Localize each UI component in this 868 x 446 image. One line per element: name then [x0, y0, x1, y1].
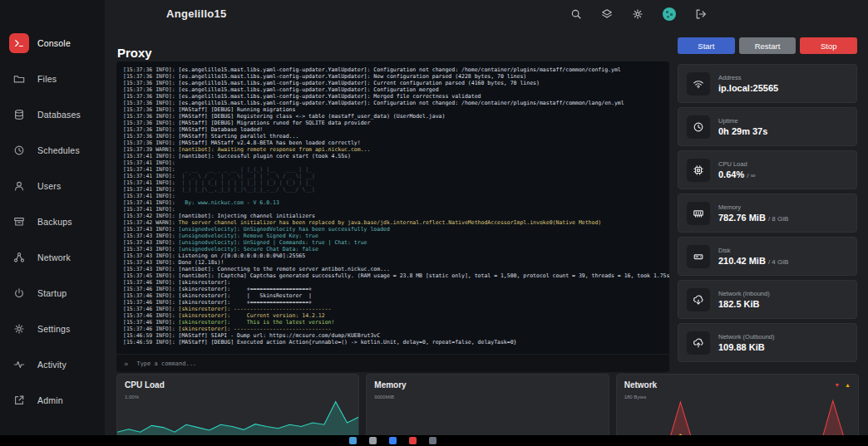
- servers-icon[interactable]: [601, 8, 613, 20]
- console-line: [15:37:46 INFO]: [skinsrestorer]: ------…: [123, 306, 663, 312]
- console-line: [15:37:41 INFO]:: [123, 206, 663, 213]
- console-line: [15:37:43 INFO]: [nantibot]: Connecting …: [123, 266, 663, 272]
- console-line: [15:37:36 INFO]: [es.angelillo15.mast.li…: [123, 100, 663, 106]
- sidebar-item-label: Network: [37, 252, 71, 262]
- stat-card-network-outbound: Network (Outbound)109.88 KiB: [678, 323, 857, 362]
- power-icon: [9, 283, 29, 303]
- stat-value: 782.76 MiB/ 8 GiB: [718, 213, 788, 223]
- log-message: [unsignedvelocity]: UnSignedVelocity has…: [175, 226, 390, 233]
- log-timestamp: [15:37:42 WARN]:: [123, 219, 175, 226]
- app-title: Angelillo15: [166, 7, 227, 20]
- logout-icon[interactable]: [695, 8, 707, 20]
- wifi-icon: [687, 72, 710, 96]
- console-line: [15:37:43 INFO]: [unsignedvelocity]: UnS…: [123, 226, 663, 233]
- command-input[interactable]: [135, 360, 662, 368]
- console-line: [15:37:36 INFO]: [MAStaff] [DEBUG] Migra…: [123, 120, 663, 126]
- sidebar-item-console[interactable]: Console: [0, 25, 105, 61]
- cpu-icon: [687, 159, 710, 182]
- start-button[interactable]: Start: [678, 37, 735, 54]
- stat-value: 182.5 KiB: [718, 299, 770, 309]
- sidebar-item-users[interactable]: Users: [0, 168, 105, 203]
- log-timestamp: [15:37:43 INFO]:: [123, 233, 175, 239]
- console-line: [15:37:41 INFO]: |_| |_|\__,_|_| |_|\__|…: [123, 186, 663, 193]
- sidebar-item-schedules[interactable]: Schedules: [0, 132, 105, 168]
- log-message: [skinsrestorer]: +==================+: [175, 286, 312, 292]
- log-timestamp: [15:37:36 INFO]:: [123, 126, 175, 133]
- taskbar-app-1[interactable]: [349, 437, 357, 444]
- log-timestamp: [15:37:46 INFO]:: [123, 299, 175, 306]
- taskbar-app-4[interactable]: [409, 437, 417, 444]
- stat-value: 0.64%/ ∞: [718, 169, 755, 179]
- stat-card-uptime: Uptime0h 29m 37s: [678, 107, 857, 146]
- sidebar-item-backups[interactable]: Backups: [0, 203, 105, 239]
- sidebar-item-settings[interactable]: Settings: [0, 311, 105, 346]
- sidebar-item-label: Settings: [37, 324, 71, 334]
- log-message: Listening on /[0:0:0:0:0:0:0:0%0]:25565: [175, 252, 306, 259]
- external-link-icon: [9, 390, 29, 410]
- console-line: [15:37:36 INFO]: [MAStaff] Database load…: [123, 126, 663, 133]
- sidebar-item-label: Console: [37, 38, 71, 48]
- sidebar-item-label: Schedules: [37, 145, 80, 155]
- log-timestamp: [15:37:45 INFO]:: [123, 272, 175, 279]
- inbound-legend-icon: ▼: [834, 382, 840, 388]
- log-message: [unsignedvelocity]: Secure Chat Data: fa…: [175, 246, 318, 252]
- sidebar-item-startup[interactable]: Startup: [0, 275, 105, 311]
- console-line: [15:37:41 INFO]:: [123, 159, 663, 166]
- disk-icon: [687, 245, 710, 268]
- stat-value: 109.88 KiB: [718, 342, 775, 352]
- stat-value: 0h 29m 37s: [718, 126, 767, 136]
- log-timestamp: [15:37:41 INFO]:: [123, 166, 175, 173]
- stat-label: Network (Inbound): [718, 290, 770, 297]
- stop-button[interactable]: Stop: [800, 37, 857, 54]
- console-terminal[interactable]: [15:37:36 INFO]: [es.angelillo15.mast.li…: [116, 61, 669, 354]
- sidebar-item-activity[interactable]: Activity: [0, 346, 105, 382]
- sidebar-item-databases[interactable]: Databases: [0, 96, 105, 132]
- console-line: [15:46:59 INFO]: [MAStaff] SIAPI - Dump …: [123, 332, 663, 339]
- log-timestamp: [15:37:36 INFO]:: [123, 120, 175, 126]
- search-icon[interactable]: [570, 8, 582, 20]
- restart-button[interactable]: Restart: [739, 37, 796, 54]
- stat-suffix: / 4 GiB: [768, 258, 788, 266]
- sidebar-item-admin[interactable]: Admin: [0, 382, 105, 418]
- sidebar-item-files[interactable]: Files: [0, 61, 105, 96]
- console-line: [15:37:36 INFO]: [es.angelillo15.mast.li…: [123, 93, 663, 100]
- log-message: [MAStaff] Starting parallel thread...: [175, 133, 299, 140]
- stat-card-address: Addressip.local:25565: [678, 64, 857, 103]
- activity-icon: [9, 355, 29, 375]
- log-message: [unsignedvelocity]: Remove Signed Key: t…: [175, 233, 318, 239]
- stat-card-disk: Disk210.42 MiB/ 4 GiB: [678, 237, 857, 276]
- log-timestamp: [15:37:36 INFO]:: [123, 133, 175, 140]
- taskbar-app-2[interactable]: [369, 437, 377, 444]
- log-message: [MAStaff] [DEBUG] Running migrations: [175, 106, 296, 113]
- log-message: | '_ \ / _` | '_ \| __| | '_ \ / _ \| __…: [175, 173, 315, 179]
- log-timestamp: [15:37:39 WARN]:: [123, 146, 175, 153]
- log-timestamp: [15:37:36 INFO]:: [123, 66, 175, 73]
- log-timestamp: [15:37:36 INFO]:: [123, 140, 175, 146]
- taskbar-app-5[interactable]: [429, 437, 436, 444]
- folder-icon: [9, 69, 29, 89]
- stat-suffix: / 8 GiB: [768, 215, 788, 223]
- console-line: [15:37:42 INFO]: [nantibot]: Injecting c…: [123, 213, 663, 219]
- sidebar-item-network[interactable]: Network: [0, 239, 105, 275]
- log-message: [MAStaff] Database loaded!: [175, 126, 264, 133]
- log-message: [MAStaff] SIAPI - Dump url: https://mcsu…: [175, 332, 381, 339]
- log-message: [skinsrestorer]:: [175, 279, 231, 286]
- log-timestamp: [15:37:36 INFO]:: [123, 93, 175, 100]
- outbound-legend-icon: ▲: [845, 382, 851, 388]
- stat-label: CPU Load: [718, 160, 755, 168]
- log-timestamp: [15:37:43 INFO]:: [123, 226, 175, 233]
- console-line: [15:37:43 INFO]: [unsignedvelocity]: Sec…: [123, 246, 663, 252]
- command-bar: »: [116, 354, 669, 372]
- chart-legend: ▼▲: [834, 382, 851, 388]
- admin-settings-icon[interactable]: [632, 8, 644, 20]
- avatar[interactable]: [663, 7, 676, 21]
- log-timestamp: [15:46:59 INFO]:: [123, 339, 175, 346]
- log-timestamp: [15:37:46 INFO]:: [123, 286, 175, 292]
- console-line: [15:37:46 INFO]: [skinsrestorer]: | Skin…: [123, 292, 663, 299]
- sidebar-item-label: Files: [37, 74, 57, 84]
- console-line: [15:37:46 INFO]: [skinsrestorer]: +=====…: [123, 299, 663, 306]
- taskbar-app-3[interactable]: [389, 437, 397, 444]
- log-timestamp: [15:37:46 INFO]:: [123, 292, 175, 299]
- log-message: [nantibot]: [Captcha] Captchas generated…: [175, 272, 669, 279]
- chart-title: Memory: [374, 380, 406, 390]
